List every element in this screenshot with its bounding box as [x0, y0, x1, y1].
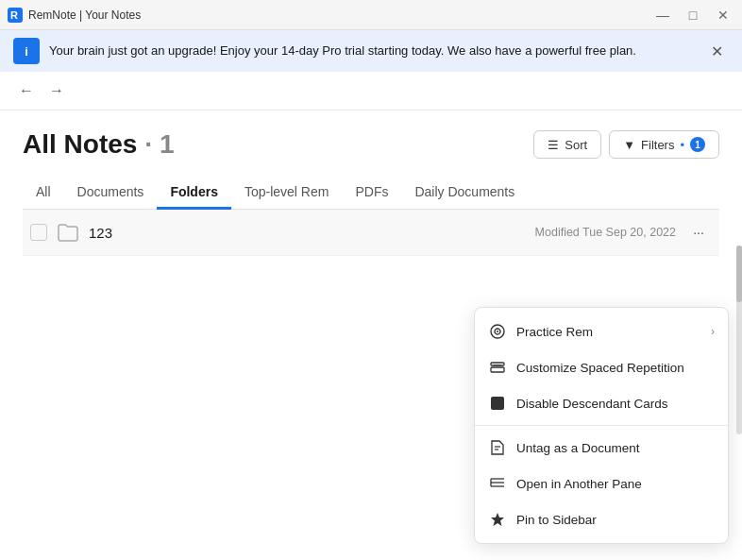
tab-toplevel-rem[interactable]: Top-level Rem: [231, 177, 342, 210]
tab-daily-documents[interactable]: Daily Documents: [401, 177, 528, 210]
bullet-separator: •: [680, 138, 684, 152]
remnote-logo-icon: R: [8, 8, 23, 23]
page-title: All Notes · 1: [23, 129, 175, 160]
svg-rect-6: [491, 367, 504, 372]
disable-cards-icon: [488, 394, 507, 413]
page-header: All Notes · 1 ☰ Sort ▼ Filters • 1: [23, 129, 719, 160]
tabs-bar: All Documents Folders Top-level Rem PDFs…: [23, 177, 719, 210]
forward-button[interactable]: →: [43, 77, 70, 104]
row-more-button[interactable]: ···: [685, 219, 712, 246]
menu-item-open-pane[interactable]: Open in Another Pane: [475, 466, 728, 501]
pin-icon: [488, 510, 507, 529]
folder-icon: [57, 221, 79, 244]
titlebar: R RemNote | Your Notes — □ ✕: [0, 0, 742, 30]
sort-button[interactable]: ☰ Sort: [533, 130, 601, 159]
customize-sr-label: Customize Spaced Repetition: [516, 361, 715, 375]
practice-arrow-icon: ›: [711, 325, 715, 338]
notes-table: 123 Modified Tue Sep 20, 2022 ···: [23, 210, 719, 256]
open-pane-icon: [488, 474, 507, 493]
page-count: · 1: [144, 129, 174, 160]
main-content: All Notes · 1 ☰ Sort ▼ Filters • 1 All D…: [0, 110, 742, 256]
header-actions: ☰ Sort ▼ Filters • 1: [533, 130, 719, 159]
practice-label: Practice Rem: [516, 325, 701, 339]
tab-folders[interactable]: Folders: [157, 177, 231, 210]
disable-cards-label: Disable Descendant Cards: [516, 397, 715, 411]
table-row: 123 Modified Tue Sep 20, 2022 ···: [23, 210, 719, 256]
tab-pdfs[interactable]: PDFs: [342, 177, 401, 210]
navigation-bar: ← →: [0, 72, 742, 110]
svg-text:R: R: [10, 9, 18, 21]
open-pane-label: Open in Another Pane: [516, 477, 715, 491]
filter-icon: ▼: [623, 138, 635, 152]
row-modified-date: Modified Tue Sep 20, 2022: [535, 226, 676, 239]
filters-button[interactable]: ▼ Filters • 1: [609, 130, 719, 159]
tab-documents[interactable]: Documents: [64, 177, 158, 210]
titlebar-title: RemNote | Your Notes: [28, 8, 141, 22]
svg-marker-15: [491, 513, 504, 526]
page-title-text: All Notes: [23, 129, 137, 160]
minimize-button[interactable]: —: [651, 4, 674, 26]
filters-count: 1: [690, 137, 705, 152]
sort-icon: ☰: [548, 138, 559, 152]
scrollbar-thumb[interactable]: [736, 246, 742, 302]
untag-icon: [488, 438, 507, 457]
context-menu-divider: [475, 425, 728, 426]
close-window-button[interactable]: ✕: [712, 4, 734, 26]
menu-item-practice[interactable]: Practice Rem ›: [475, 314, 728, 349]
svg-point-4: [497, 331, 498, 332]
menu-item-pin[interactable]: Pin to Sidebar: [475, 501, 728, 537]
row-checkbox[interactable]: [30, 224, 47, 241]
banner-text: Your brain just got an upgrade! Enjoy yo…: [49, 42, 696, 59]
banner-icon: i: [13, 38, 40, 64]
titlebar-left: R RemNote | Your Notes: [8, 8, 141, 23]
row-name: 123: [89, 225, 526, 241]
pin-label: Pin to Sidebar: [516, 513, 715, 527]
filters-label: Filters: [641, 138, 674, 152]
banner-close-button[interactable]: ✕: [705, 41, 729, 62]
promo-banner: i Your brain just got an upgrade! Enjoy …: [0, 30, 742, 72]
customize-sr-icon: [488, 358, 507, 377]
scrollbar[interactable]: [736, 246, 742, 434]
practice-icon: [488, 322, 507, 341]
back-button[interactable]: ←: [13, 77, 40, 104]
menu-item-customize-sr[interactable]: Customize Spaced Repetition: [475, 349, 728, 385]
menu-item-untag[interactable]: Untag as a Document: [475, 430, 728, 466]
menu-item-disable-cards[interactable]: Disable Descendant Cards: [475, 385, 728, 421]
untag-label: Untag as a Document: [516, 441, 715, 455]
context-menu: Practice Rem › Customize Spaced Repetiti…: [474, 307, 729, 544]
svg-rect-8: [491, 397, 504, 410]
sort-label: Sort: [565, 138, 587, 152]
tab-all[interactable]: All: [23, 177, 64, 210]
maximize-button[interactable]: □: [682, 4, 704, 26]
titlebar-controls: — □ ✕: [651, 4, 734, 26]
